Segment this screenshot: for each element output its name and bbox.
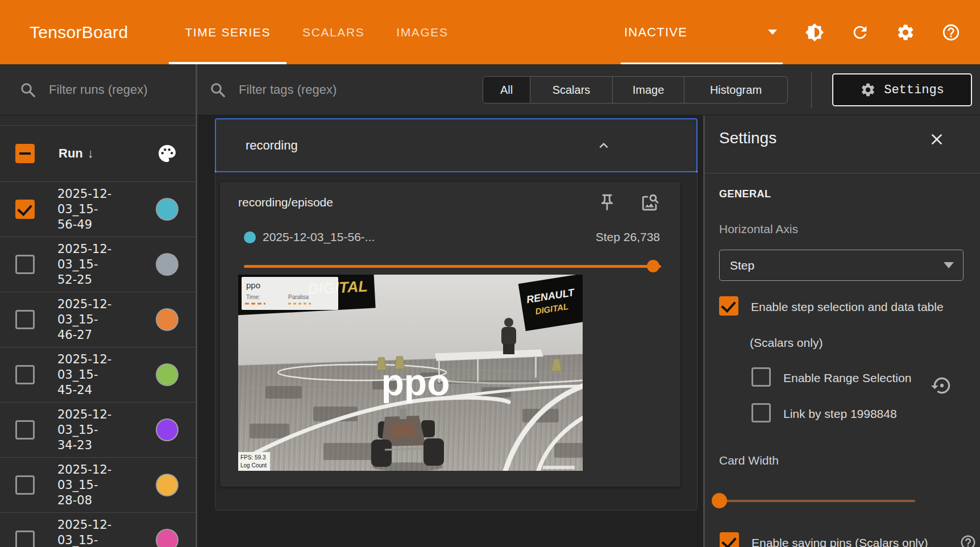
pin-icon[interactable] (597, 193, 617, 212)
overlay-label: ppo (381, 361, 450, 403)
run-checkbox[interactable] (15, 310, 35, 329)
runs-column-header[interactable]: Run (59, 146, 83, 161)
tab-time-series[interactable]: TIME SERIES (169, 0, 286, 64)
help-icon[interactable] (960, 534, 977, 547)
run-name: 2025-12-03_15-28-08 (57, 462, 117, 508)
caption-text (543, 466, 575, 469)
filter-bar: Filter runs (regex) Filter tags (regex) … (0, 64, 980, 115)
tag-type-filter-group: All Scalars Image Histogram (483, 76, 788, 103)
card-header: recording/episode (238, 191, 660, 214)
main-content: recording recording/episode (199, 115, 703, 547)
filter-tags-placeholder: Filter tags (regex) (239, 82, 337, 97)
step-selection-row[interactable]: Enable step selection and data table (719, 296, 969, 316)
gear-icon (860, 82, 876, 98)
settings-panel-title: Settings (719, 129, 776, 147)
chevron-down-icon (944, 262, 954, 268)
svg-text:ppo: ppo (246, 280, 260, 290)
main-tabs: TIME SERIES SCALARS IMAGES (169, 0, 464, 64)
episode-image[interactable]: DIGITAL RENAULT DIGITAL (238, 275, 583, 471)
sort-descending-icon[interactable]: ↓ (88, 146, 94, 161)
fps-overlay: FPS: 59.3 Log Count (238, 452, 270, 471)
banner-right: RENAULT DIGITAL (518, 275, 583, 331)
range-selection-checkbox[interactable] (751, 367, 771, 387)
run-checkbox[interactable] (15, 365, 35, 384)
experiment-selector[interactable]: INACTIVE (621, 0, 783, 64)
run-color-dot[interactable] (157, 309, 177, 330)
run-name: 2025-12-03_15-45-24 (57, 352, 117, 398)
run-name: 2025-12-03_15-16- (57, 517, 117, 547)
range-selection-row[interactable]: Enable Range Selection (751, 367, 911, 387)
reset-card-width-icon[interactable] (931, 375, 953, 396)
slider-thumb[interactable] (647, 260, 659, 272)
divider (811, 72, 812, 108)
saving-pins-checkbox[interactable] (720, 532, 739, 547)
filter-runs-input[interactable]: Filter runs (regex) (0, 64, 197, 115)
run-row[interactable]: 2025-12-03_15-45-24 (0, 347, 196, 403)
top-toolbar: TensorBoard TIME SERIES SCALARS IMAGES I… (0, 0, 980, 64)
type-filter-all[interactable]: All (483, 77, 530, 103)
step-label: Step 26,738 (596, 230, 660, 244)
experiment-name: INACTIVE (624, 25, 687, 40)
tab-images[interactable]: IMAGES (380, 0, 464, 64)
tag-group-header-recording[interactable]: recording (215, 118, 697, 172)
run-color-dot[interactable] (157, 530, 177, 547)
settings-button[interactable]: Settings (832, 73, 972, 106)
run-checkbox[interactable] (15, 200, 35, 219)
runs-table: Run ↓ 2025-12-03_15-56-49 2025-12-03_15-… (0, 125, 196, 547)
run-color-dot[interactable] (157, 420, 177, 440)
run-row[interactable]: 2025-12-03_15-28-08 (0, 458, 196, 513)
type-filter-image[interactable]: Image (613, 77, 684, 103)
tensorboard-app: TensorBoard TIME SERIES SCALARS IMAGES I… (0, 0, 980, 547)
help-icon[interactable] (941, 23, 961, 42)
tab-scalars[interactable]: SCALARS (286, 0, 380, 64)
gear-icon[interactable] (896, 23, 915, 42)
run-checkbox[interactable] (15, 531, 35, 547)
link-by-step-row[interactable]: Link by step 1998848 (751, 403, 897, 422)
type-filter-scalars[interactable]: Scalars (530, 77, 613, 103)
settings-panel: Settings GENERAL Horizontal Axis Step En… (703, 115, 980, 547)
horizontal-axis-select[interactable]: Step (719, 250, 964, 281)
slider-thumb[interactable] (712, 493, 727, 508)
run-color-dot[interactable] (157, 199, 177, 219)
close-icon[interactable] (928, 130, 946, 148)
run-row[interactable]: 2025-12-03_15-34-23 (0, 403, 196, 458)
run-row[interactable]: 2025-12-03_15-56-49 (0, 182, 196, 237)
refresh-icon[interactable] (850, 23, 870, 42)
brightness-icon[interactable] (805, 23, 824, 42)
slider-track[interactable] (244, 265, 661, 268)
card-width-slider[interactable] (712, 486, 962, 516)
run-row[interactable]: 2025-12-03_15-46-27 (0, 292, 196, 347)
settings-panel-header: Settings (705, 115, 980, 173)
step-selection-checkbox[interactable] (719, 296, 738, 316)
link-by-step-checkbox[interactable] (751, 403, 771, 422)
run-color-dot[interactable] (157, 254, 177, 275)
select-all-runs-checkbox[interactable] (15, 144, 35, 163)
run-checkbox[interactable] (15, 255, 35, 274)
settings-section-general: GENERAL (719, 188, 771, 200)
image-card: recording/episode 2025-12-03_15-56-... S… (220, 182, 680, 487)
type-filter-histogram[interactable]: Histogram (684, 77, 787, 103)
search-icon (209, 81, 226, 98)
image-search-icon[interactable] (641, 193, 660, 212)
step-slider[interactable] (244, 259, 661, 273)
app-logo: TensorBoard (30, 23, 128, 42)
run-color-dot[interactable] (157, 364, 177, 385)
saving-pins-label: Enable saving pins (Scalars only) (751, 536, 928, 547)
saving-pins-row[interactable]: Enable saving pins (Scalars only) (720, 532, 928, 547)
filter-tags-input[interactable]: Filter tags (regex) (199, 64, 337, 115)
tag-group-title: recording (246, 138, 298, 153)
run-checkbox[interactable] (15, 420, 35, 440)
slider-track[interactable] (725, 500, 915, 502)
legend-run-name: 2025-12-03_15-56-... (263, 230, 375, 244)
card-legend-row: 2025-12-03_15-56-... Step 26,738 (244, 229, 660, 246)
horizontal-axis-value: Step (730, 259, 754, 272)
run-color-dot[interactable] (157, 475, 177, 495)
palette-icon[interactable] (157, 143, 177, 164)
run-checkbox[interactable] (15, 475, 35, 495)
filter-runs-placeholder: Filter runs (regex) (49, 82, 148, 97)
runs-table-header: Run ↓ (0, 126, 196, 182)
run-row[interactable]: 2025-12-03_15-52-25 (0, 237, 196, 292)
run-name: 2025-12-03_15-56-49 (57, 187, 117, 233)
run-row[interactable]: 2025-12-03_15-16- (0, 513, 196, 547)
runs-sidebar: Run ↓ 2025-12-03_15-56-49 2025-12-03_15-… (0, 115, 197, 547)
